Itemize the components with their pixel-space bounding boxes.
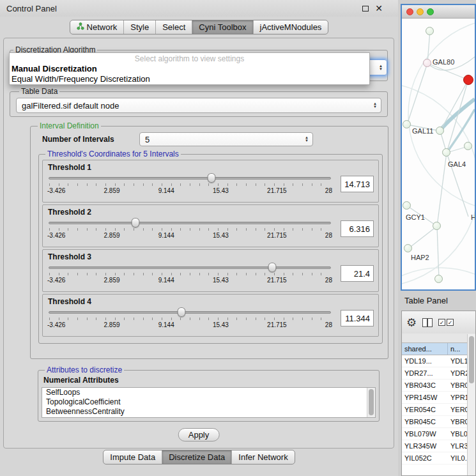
network-node[interactable] [403,120,411,128]
slider-ticks [49,228,330,231]
network-node-gal11[interactable] [436,127,444,135]
network-node-gal4[interactable] [442,148,450,157]
apply-button[interactable]: Apply [178,428,220,441]
tab-discretize-data[interactable]: Discretize Data [162,450,231,464]
network-icon [77,22,84,32]
table-row[interactable]: YPR145W YPR1... [402,392,475,404]
network-node[interactable] [426,27,434,35]
scale-label: 2.859 [104,187,120,194]
tab-network[interactable]: Network [70,20,124,34]
scrollbar-thumb[interactable] [469,336,474,383]
node-label: H [471,213,475,221]
slider-thumb[interactable] [132,218,140,227]
threshold-2-box: Threshold 2 -3.426 2.859 9.144 1 [42,204,379,247]
slider-thumb[interactable] [268,263,277,272]
threshold-3-value-field[interactable] [341,265,374,282]
network-node-hap2[interactable] [404,244,412,252]
tab-label: Style [130,22,149,32]
top-tab-segmented-control: Network Style Select Cyni Toolbox jActiv… [70,20,329,35]
table-row[interactable]: YBR043C YBR0... [402,380,475,392]
table-data-selected-value: galFiltered.sif default node [22,101,119,111]
network-node[interactable] [433,222,441,230]
table-row[interactable]: YDL19... YDL1... [402,355,475,367]
cell: YER054C [402,404,448,415]
slider-thumb[interactable] [177,307,185,317]
table-data-combobox[interactable]: galFiltered.sif default node ▲▼ [16,98,381,113]
close-traffic-light[interactable] [406,8,413,15]
tab-select[interactable]: Select [155,20,192,34]
dropdown-option-equal-width-frequency[interactable]: Equal Width/Frequency Discretization [10,73,369,84]
tab-cyni-toolbox[interactable]: Cyni Toolbox [192,20,252,34]
scale-label: 2.859 [104,232,120,239]
list-item[interactable]: SelfLoops [42,388,375,397]
tab-style[interactable]: Style [123,20,155,34]
select-columns-icons[interactable]: ✓ ✓ [438,319,454,326]
scale-label: 9.144 [158,277,174,284]
table-panel-title: Table Panel [399,296,448,305]
tab-impute-data[interactable]: Impute Data [104,450,162,464]
close-icon[interactable]: ✕ [375,4,383,13]
network-window-titlebar [402,5,475,19]
network-node-gcy1[interactable] [403,201,411,210]
table-row[interactable]: YBL079W YBL0... [402,428,475,440]
threshold-2-slider[interactable]: -3.426 2.859 9.144 15.43 21.715 28 [47,217,332,244]
tab-label: jActiveMNodules [260,22,322,32]
threshold-4-slider[interactable]: -3.426 2.859 9.144 15.43 21.715 28 [47,307,332,334]
zoom-traffic-light[interactable] [427,8,434,15]
section-title: Table Data [19,87,59,96]
columns-icon[interactable] [422,318,433,327]
node-label: HAP2 [411,254,429,261]
combo-arrows-icon: ▲▼ [305,136,309,142]
gear-icon[interactable]: ⚙ [406,317,417,328]
table-row[interactable]: YDR27... YDR2... [402,367,475,380]
column-header-shared-name[interactable]: shared... [402,343,448,355]
slider-thumb[interactable] [208,173,216,183]
slider-track[interactable] [49,266,331,269]
scale-label: 15.43 [213,321,229,328]
numerical-attributes-list[interactable]: SelfLoops TopologicalCoefficient Between… [42,387,376,418]
scale-label: -3.426 [47,277,65,284]
slider-track[interactable] [49,177,331,180]
control-panel-titlebar: Control Panel ✕ [0,0,398,17]
scale-label: 21.715 [267,277,287,284]
network-node[interactable] [464,142,472,150]
network-node[interactable] [434,275,443,283]
table-row[interactable]: YER054C YER0... [402,404,475,416]
threshold-1-slider[interactable]: -3.426 2.859 9.144 15.43 21.715 28 [47,173,332,199]
network-canvas[interactable]: GAL80 GAL11 GAL4 GCY1 H HAP2 [402,19,475,289]
scale-label: 2.859 [104,277,120,284]
threshold-2-value-field[interactable] [341,220,374,237]
threshold-label: Threshold 1 [48,163,374,172]
table-scrollbar[interactable] [467,334,475,475]
cell: YLR345W [402,440,448,452]
tab-infer-network[interactable]: Infer Network [231,450,294,464]
slider-ticks [49,273,330,275]
network-node-selected[interactable] [463,75,473,85]
cell: YPR145W [402,392,448,403]
threshold-4-value-field[interactable] [341,310,374,326]
list-item[interactable]: TopologicalCoefficient [42,397,375,407]
slider-track[interactable] [49,311,331,314]
scale-label: -3.426 [47,232,65,239]
network-node-gal80[interactable] [423,59,431,67]
node-label: GCY1 [406,213,425,221]
dropdown-option-manual-discretization[interactable]: Manual Discretization [10,63,369,73]
threshold-3-box: Threshold 3 -3.426 2.859 9.144 1 [42,249,379,292]
scrollbar-thumb[interactable] [369,389,374,415]
minimize-traffic-light[interactable] [417,8,424,15]
float-window-icon[interactable] [362,6,369,12]
slider-track[interactable] [49,222,331,224]
scale-label: 28 [325,277,332,284]
threshold-1-value-field[interactable] [341,176,374,192]
table-row[interactable]: YLR345W YLR3... [402,440,475,452]
section-title: Interval Definition [38,121,101,130]
threshold-label: Threshold 4 [48,297,374,306]
list-item[interactable]: BetweennessCentrality [42,407,375,417]
number-of-intervals-combobox[interactable]: 5 ▲▼ [139,132,313,146]
cell: YBL079W [402,428,448,440]
table-row[interactable]: YBR045C YBR0... [402,416,475,428]
table-row[interactable]: YIL052C YIL0... [402,452,475,464]
tab-jactivemnodules[interactable]: jActiveMNodules [253,20,328,34]
threshold-3-slider[interactable]: -3.426 2.859 9.144 15.43 21.715 28 [47,262,332,289]
list-scrollbar[interactable] [367,388,375,417]
